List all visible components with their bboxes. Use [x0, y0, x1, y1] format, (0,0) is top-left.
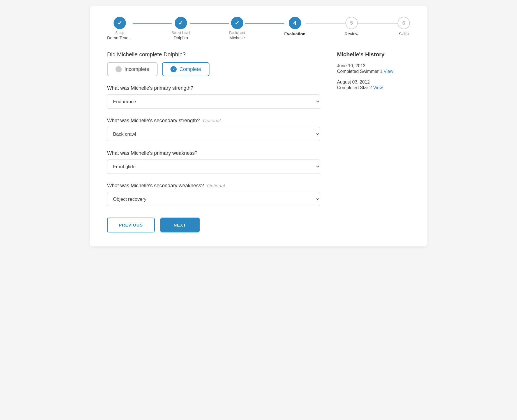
previous-button[interactable]: PREVIOUS — [107, 218, 155, 232]
step-label-top-setup: Setup — [116, 31, 124, 35]
completion-group: Did Michelle complete Dolphin? Incomplet… — [107, 51, 320, 76]
secondary-strength-optional: Optional — [203, 118, 221, 123]
primary-strength-question: What was Michelle's primary strength? — [107, 85, 320, 91]
history-date-0: June 10, 2013 — [337, 63, 410, 68]
complete-icon: ✓ — [170, 66, 177, 72]
completion-question: Did Michelle complete Dolphin? — [107, 51, 320, 58]
secondary-strength-question: What was Michelle's secondary strength? … — [107, 118, 320, 124]
primary-strength-select[interactable]: Endurance Back crawl Front glide Object … — [107, 94, 320, 109]
history-section: Michelle's History June 10, 2013 Complet… — [337, 51, 410, 232]
step-label-bottom-evaluation: Evaluation — [284, 31, 306, 36]
step-evaluation: 4 Evaluation — [284, 17, 306, 36]
incomplete-label: Incomplete — [124, 66, 149, 72]
primary-weakness-group: What was Michelle's primary weakness? Fr… — [107, 150, 320, 174]
primary-weakness-select[interactable]: Front glide Endurance Back crawl Object … — [107, 160, 320, 174]
connector-2 — [190, 23, 229, 24]
step-select-level: Select Level Dolphin — [172, 17, 190, 40]
complete-label: Complete — [179, 66, 201, 72]
connector-5 — [358, 23, 398, 24]
secondary-strength-group: What was Michelle's secondary strength? … — [107, 118, 320, 141]
completion-toggle-group: Incomplete ✓ Complete — [107, 62, 320, 76]
step-label-top-participant: Participant — [229, 31, 245, 35]
history-view-link-1[interactable]: View — [373, 85, 383, 90]
nav-buttons: PREVIOUS NEXT — [107, 218, 320, 232]
step-circle-participant — [231, 17, 243, 29]
stepper: Setup Demo Teac… Select Level Dolphin Pa… — [107, 17, 410, 40]
history-desc-1: Completed Star 2 View — [337, 85, 410, 90]
step-skills: 6 Skills — [398, 17, 410, 36]
step-review: 5 Review — [345, 17, 358, 36]
step-circle-select-level — [175, 17, 187, 29]
step-label-bottom-setup: Demo Teac… — [107, 35, 133, 40]
step-label-bottom-select-level: Dolphin — [174, 35, 188, 40]
primary-strength-group: What was Michelle's primary strength? En… — [107, 85, 320, 109]
step-setup: Setup Demo Teac… — [107, 17, 133, 40]
connector-3 — [245, 23, 284, 24]
incomplete-icon — [116, 66, 122, 72]
history-desc-0: Completed Swimmer 1 View — [337, 69, 410, 74]
main-layout: Did Michelle complete Dolphin? Incomplet… — [107, 51, 410, 232]
main-card: Setup Demo Teac… Select Level Dolphin Pa… — [90, 6, 427, 246]
form-section: Did Michelle complete Dolphin? Incomplet… — [107, 51, 320, 232]
step-circle-evaluation: 4 — [289, 17, 301, 29]
history-entry-1: August 03, 2012 Completed Star 2 View — [337, 80, 410, 90]
step-circle-skills: 6 — [398, 17, 410, 29]
step-circle-setup — [114, 17, 126, 29]
secondary-weakness-question: What was Michelle's secondary weakness? … — [107, 183, 320, 189]
incomplete-button[interactable]: Incomplete — [107, 62, 158, 76]
connector-1 — [133, 23, 172, 24]
step-circle-review: 5 — [345, 17, 358, 29]
step-label-bottom-review: Review — [345, 31, 358, 36]
history-view-link-0[interactable]: View — [384, 69, 393, 74]
complete-button[interactable]: ✓ Complete — [162, 62, 209, 76]
next-button[interactable]: NEXT — [160, 218, 200, 232]
secondary-weakness-group: What was Michelle's secondary weakness? … — [107, 183, 320, 206]
primary-weakness-question: What was Michelle's primary weakness? — [107, 150, 320, 156]
step-participant: Participant Michelle — [229, 17, 245, 40]
connector-4 — [306, 23, 345, 24]
history-date-1: August 03, 2012 — [337, 80, 410, 85]
secondary-weakness-optional: Optional — [207, 183, 225, 188]
secondary-weakness-select[interactable]: Object recovery Endurance Back crawl Fro… — [107, 192, 320, 206]
step-label-bottom-skills: Skills — [399, 31, 408, 36]
history-title: Michelle's History — [337, 51, 410, 58]
secondary-strength-select[interactable]: Back crawl Endurance Front glide Object … — [107, 127, 320, 141]
step-label-top-select-level: Select Level — [172, 31, 190, 35]
step-label-bottom-participant: Michelle — [229, 35, 245, 40]
history-entry-0: June 10, 2013 Completed Swimmer 1 View — [337, 63, 410, 74]
